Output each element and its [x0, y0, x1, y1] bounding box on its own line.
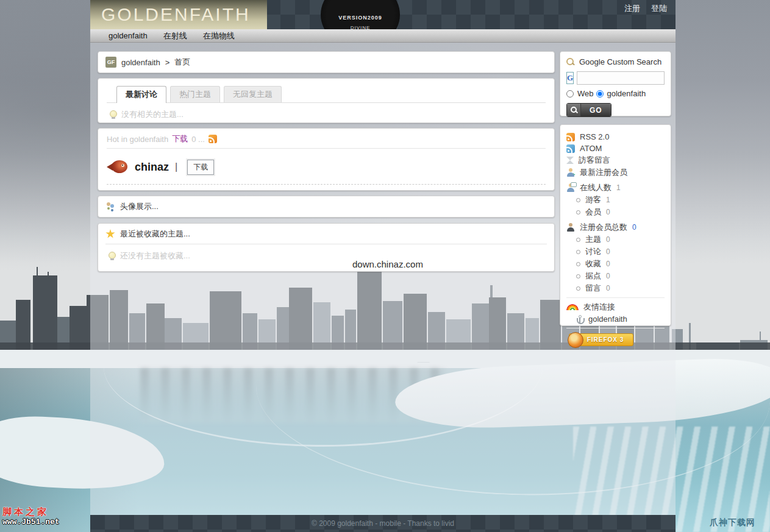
hot-header: Hot in goldenfaith 下载 0 ... — [107, 133, 546, 149]
scope-web-label: Web — [577, 89, 594, 98]
stat-favorites-value: 0 — [606, 260, 610, 268]
person-dark-icon — [566, 223, 575, 232]
topics-empty-row: 没有相关的主题... — [107, 103, 546, 126]
favorites-title: 最近被收藏的主题... — [120, 229, 190, 239]
total-members-value: 0 — [632, 223, 636, 232]
site-header: GOLDENFAITH VERSION2009 DIVINE 注册 登陆 — [90, 0, 676, 29]
hourglass-icon — [566, 156, 574, 165]
login-link[interactable]: 登陆 — [651, 3, 667, 14]
stat-messages-value: 0 — [606, 284, 610, 293]
sidebar-divider — [566, 328, 665, 328]
sidebar-item-atom: ATOM — [566, 143, 665, 154]
avatars-title: 头像展示... — [120, 201, 159, 212]
sidebar-stat-favorites: 收藏 0 — [566, 258, 665, 269]
newest-members-link[interactable]: 最新注册会员 — [580, 167, 627, 178]
hot-download-link[interactable]: 下载 — [172, 133, 188, 144]
stat-favorites-label[interactable]: 收藏 — [585, 258, 601, 269]
version-text: VERSION2009 — [338, 15, 382, 21]
search-go-button[interactable]: GO — [566, 103, 611, 117]
scope-site-radio[interactable] — [596, 90, 604, 98]
stat-discussions-value: 0 — [606, 247, 610, 256]
avatars-panel: 头像展示... — [98, 196, 555, 218]
breadcrumb-site[interactable]: goldenfaith — [121, 58, 160, 67]
sidebar-item-total-members: 注册会员总数 0 — [566, 222, 665, 233]
register-link[interactable]: 注册 — [624, 3, 640, 14]
search-panel-header: Google Custom Search — [566, 57, 665, 66]
firefox-badge[interactable]: FIREFOX 3 — [569, 333, 633, 346]
bullet-icon — [576, 210, 580, 215]
guests-label[interactable]: 游客 — [585, 194, 601, 205]
topics-empty-message: 没有相关的主题... — [121, 109, 184, 120]
rss-link[interactable]: RSS 2.0 — [580, 132, 609, 141]
anchor-icon — [576, 315, 583, 324]
sidebar-item-friend-links: 友情连接 — [566, 302, 665, 313]
stat-discussions-label[interactable]: 讨论 — [585, 246, 601, 257]
building-silhouette — [37, 267, 38, 352]
watermark-download-site: 爪神下载网 — [710, 517, 755, 528]
logo-block: GOLDENFAITH — [90, 0, 267, 29]
copyright-text: © 2009 goldenfaith - mobile - Thanks to … — [312, 519, 454, 528]
breadcrumb-current: 首页 — [174, 57, 190, 68]
scope-web-radio[interactable] — [566, 90, 574, 98]
bulb-icon — [109, 110, 116, 119]
guestbook-link[interactable]: 訪客留言 — [579, 155, 610, 166]
bullet-icon — [576, 238, 580, 242]
atom-icon — [566, 144, 575, 153]
friend-link-goldenfaith[interactable]: goldenfaith — [588, 314, 627, 324]
bullet-icon — [576, 250, 580, 254]
go-button-label: GO — [581, 104, 611, 116]
rss-icon — [566, 133, 575, 141]
total-members-link[interactable]: 注册会员总数 — [580, 222, 627, 233]
stat-messages-label[interactable]: 留言 — [585, 283, 601, 294]
hot-list-item: chinaz | 下载 — [107, 158, 546, 176]
search-panel: Google Custom Search G Web goldenfaith G… — [560, 51, 671, 116]
person-chat-icon — [566, 183, 575, 192]
bullet-icon — [576, 286, 580, 291]
go-magnifier-icon — [567, 104, 581, 116]
sidebar-stat-messages: 留言 0 — [566, 283, 665, 294]
search-input[interactable] — [577, 71, 665, 85]
sidebar-stat-topics: 主题 0 — [566, 234, 665, 245]
nav-item-ray[interactable]: 在射线 — [163, 30, 187, 41]
rss-feed-icon[interactable] — [209, 135, 217, 143]
sidebar-item-friend-goldenfaith: goldenfaith — [566, 314, 665, 324]
person-add-icon: + — [566, 168, 575, 177]
sidebar-item-rss: RSS 2.0 — [566, 132, 665, 142]
version-ellipse: VERSION2009 DIVINE — [321, 0, 400, 29]
friend-links-title: 友情连接 — [583, 302, 615, 313]
members-online-label[interactable]: 会员 — [585, 207, 601, 218]
members-online-value: 0 — [606, 208, 610, 216]
tab-unreplied-topics[interactable]: 无回复主题 — [224, 86, 282, 102]
watermark-jb51-title: 脚本之家 — [2, 506, 60, 517]
tab-hot-topics[interactable]: 热门主题 — [170, 86, 220, 102]
favorites-panel: 最近被收藏的主题... 还没有主题被收藏... — [98, 223, 555, 272]
firefox-icon — [568, 332, 583, 348]
gf-site-icon: GF — [105, 57, 116, 68]
nav-item-goldenfaith[interactable]: goldenfaith — [109, 31, 148, 40]
nav-item-parabola[interactable]: 在抛物线 — [203, 30, 235, 41]
hot-panel: Hot in goldenfaith 下载 0 ... chinaz | 下载 — [98, 128, 555, 191]
firefox-badge-label: FIREFOX 3 — [579, 336, 624, 343]
atom-link[interactable]: ATOM — [580, 144, 602, 153]
building-silhouette — [48, 272, 49, 352]
edition-text: DIVINE — [351, 25, 371, 29]
star-icon — [105, 229, 115, 239]
stat-topics-label[interactable]: 主题 — [585, 234, 601, 245]
stat-nodes-value: 0 — [606, 272, 610, 280]
bulb-icon — [108, 252, 115, 260]
topics-panel: 最新讨论 热门主题 无回复主题 没有相关的主题... — [98, 78, 555, 123]
sidebar-item-members-online: 会员 0 — [566, 207, 665, 218]
favorites-empty-row: 还没有主题被收藏... — [105, 244, 547, 268]
hot-item-name[interactable]: chinaz — [135, 161, 169, 174]
download-button[interactable]: 下载 — [187, 160, 214, 175]
stat-nodes-label[interactable]: 据点 — [585, 271, 601, 282]
scope-site-label: goldenfaith — [607, 89, 646, 98]
online-count-link[interactable]: 在线人数 — [580, 182, 611, 193]
sidebar-stat-discussions: 讨论 0 — [566, 246, 665, 257]
tab-latest-discussions[interactable]: 最新讨论 — [116, 86, 166, 103]
search-title: Google Custom Search — [579, 57, 661, 66]
bullet-icon — [576, 274, 580, 278]
fish-avatar-icon — [107, 158, 129, 176]
breadcrumb-panel: GF goldenfaith > 首页 — [98, 51, 555, 73]
watermark-chinaz: down.chinaz.com — [352, 259, 423, 269]
